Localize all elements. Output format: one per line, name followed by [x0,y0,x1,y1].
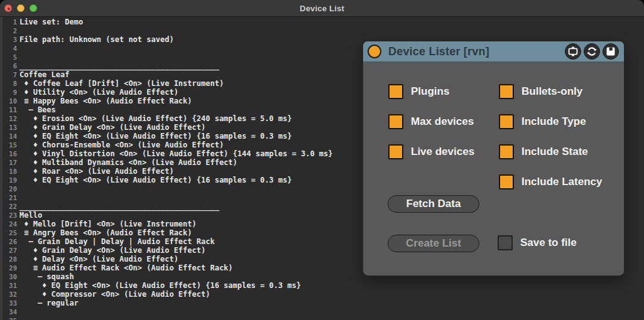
save-to-file-row: Save to file [498,235,577,250]
panel-header-buttons [565,43,619,60]
traffic-lights [4,4,37,12]
line-number: 22 [0,202,17,211]
refresh-button[interactable] [584,43,600,60]
line-text: Coffee Leaf [17,70,69,79]
checkbox-row-include-latency: Include Latency [499,174,602,189]
checkbox-label-bullets-only: Bullets-only [521,85,582,98]
line-number: 26 [0,237,17,246]
checkbox-live-devices[interactable] [388,144,403,159]
minimize-button[interactable] [17,4,25,12]
line-number: 2 [0,26,17,35]
checkbox-include-state[interactable] [499,144,514,159]
text-line: 2 [0,26,644,35]
line-number: 5 [0,53,17,61]
checkbox-max-devices[interactable] [388,114,403,129]
line-number: 20 [0,184,17,193]
line-number: 14 [0,132,17,141]
line-text [17,307,19,316]
checkbox-row-plugins: Plugins [388,84,474,99]
line-number: 9 [0,88,17,97]
line-number: 32 [0,290,17,299]
line-number: 35 [0,316,17,320]
text-line: 33 – regular [0,299,644,307]
line-number: 17 [0,158,17,167]
save-to-file-checkbox[interactable] [498,235,513,250]
checkbox-row-include-state: Include State [499,144,602,159]
text-line: 1Live set: Demo [0,18,644,26]
checkbox-include-latency[interactable] [499,174,514,189]
line-number: 21 [0,193,17,202]
line-number: 23 [0,211,17,220]
line-text: ♦ Vinyl Distortion <On> (Live Audio Effe… [17,149,333,158]
checkbox-label-max-devices: Max devices [411,115,474,128]
panel-title: Device Lister [rvn] [388,45,489,58]
fetch-data-button[interactable]: Fetch Data [388,195,479,213]
line-number: 25 [0,228,17,237]
checkbox-row-live-devices: Live devices [388,144,474,159]
line-text: ________________________________________… [17,202,219,211]
line-text: ♦ Mello [Drift] <On> (Live Instrument) [17,220,197,228]
line-text: ♦ Erosion <On> (Live Audio Effect) {240 … [17,114,292,123]
unsaved-changes-dot [8,8,10,10]
checkbox-include-type[interactable] [499,114,514,129]
save-icon [603,43,618,60]
line-number: 7 [0,70,17,79]
window-title: Device List [0,4,644,13]
line-number: 31 [0,281,17,290]
line-number: 33 [0,299,17,307]
checkbox-column-left: PluginsMax devicesLive devices [388,84,474,174]
checkbox-plugins[interactable] [388,84,403,99]
line-text [17,316,19,320]
line-number: 24 [0,220,17,228]
line-text: ≡ Audio Effect Rack <On> (Audio Effect R… [17,264,233,272]
checkbox-label-include-state: Include State [521,146,588,158]
line-text: ________________________________________… [17,61,219,70]
zoom-button[interactable] [30,4,37,12]
line-text: ♦ Roar <On> (Live Audio Effect) [17,167,174,176]
create-list-button[interactable]: Create List [388,235,479,252]
line-number: 12 [0,114,17,123]
float-window-icon [565,43,581,60]
checkbox-label-live-devices: Live devices [411,146,474,158]
line-text: ♦ EQ Eight <On> (Live Audio Effect) {16 … [17,132,292,141]
line-text [17,53,19,61]
float-window-button[interactable] [565,43,581,60]
line-number: 27 [0,246,17,255]
line-text: File path: Unknown (set not saved) [17,35,174,44]
save-button[interactable] [603,43,619,60]
line-number: 19 [0,176,17,184]
close-button[interactable] [4,4,12,12]
line-number: 28 [0,255,17,264]
checkbox-row-include-type: Include Type [499,114,602,129]
checkbox-row-max-devices: Max devices [388,114,474,129]
text-line: 31 ♦ EQ Eight <On> (Live Audio Effect) {… [0,281,644,290]
checkbox-label-include-latency: Include Latency [521,176,602,188]
line-text: ♦ Coffee Leaf [Drift] <On> (Live Instrum… [17,79,224,88]
line-text: ♦ Grain Delay <On> (Live Audio Effect) [17,123,205,132]
text-line: 35 [0,316,644,320]
checkbox-bullets-only[interactable] [499,84,514,99]
line-text: – Bees [17,105,56,114]
line-text [17,26,19,35]
line-text: ♦ Multiband Dynamics <On> (Live Audio Ef… [17,158,237,167]
checkbox-label-plugins: Plugins [411,85,449,98]
line-text: – Grain Delay | Delay | Audio Effect Rac… [17,237,215,246]
device-lister-panel: Device Lister [rvn] [363,41,625,276]
checkbox-label-include-type: Include Type [521,115,586,128]
line-number: 8 [0,79,17,88]
status-led[interactable] [368,45,381,58]
line-number: 4 [0,44,17,53]
checkbox-row-bullets-only: Bullets-only [499,84,602,99]
line-number: 6 [0,61,17,70]
checkbox-column-right: Bullets-onlyInclude TypeInclude StateInc… [499,84,602,205]
line-text: Live set: Demo [17,18,83,26]
line-text: ♦ Chorus-Ensemble <On> (Live Audio Effec… [17,141,224,149]
line-text: ≡ Happy Bees <On> (Audio Effect Rack) [17,97,192,105]
line-number: 10 [0,97,17,105]
line-text [17,193,19,202]
titlebar[interactable]: Device List [0,0,644,17]
line-text: – regular [17,299,79,307]
line-text: ♦ Grain Delay <On> (Live Audio Effect) [17,246,205,255]
refresh-icon [584,43,599,60]
line-number: 13 [0,123,17,132]
